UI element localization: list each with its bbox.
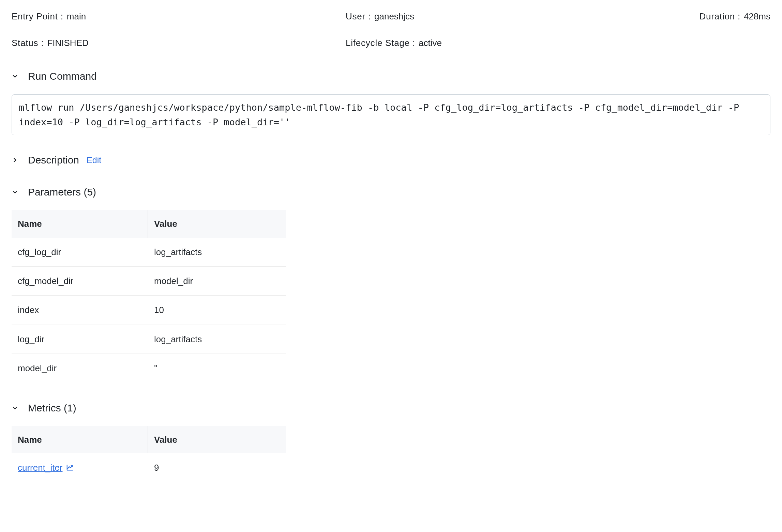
metrics-toggle[interactable]: Metrics (1) [12,401,770,415]
value-user: ganeshjcs [374,10,414,22]
value-entry-point: main [67,10,86,22]
chevron-right-icon [12,157,18,163]
metric-link[interactable]: current_iter [18,461,74,474]
chevron-down-icon [12,405,18,411]
chart-line-icon [66,464,74,471]
run-command-toggle[interactable]: Run Command [12,69,770,83]
parameters-count: (5) [84,186,96,198]
meta-status: Status : FINISHED [12,37,346,49]
parameters-toggle[interactable]: Parameters (5) [12,185,770,199]
table-row: index 10 [12,296,286,325]
value-duration: 428ms [744,10,770,22]
metrics-table: Name Value current_iter 9 [12,426,286,483]
metrics-count: (1) [64,402,76,413]
metrics-title-text: Metrics [28,402,61,413]
chevron-down-icon [12,73,18,80]
col-value: Value [148,210,286,237]
parameters-title: Parameters (5) [28,185,96,199]
param-value: '' [148,354,286,382]
value-lifecycle: active [419,37,442,49]
metric-name-cell: current_iter [12,453,148,482]
meta-user: User : ganeshjcs [346,10,680,22]
section-metrics: Metrics (1) Name Value current_iter [12,401,770,483]
param-name: log_dir [12,325,148,354]
table-row: cfg_model_dir model_dir [12,267,286,296]
param-value: 10 [148,296,286,324]
run-command-text[interactable]: mlflow run /Users/ganeshjcs/workspace/py… [12,94,770,135]
parameters-table-header: Name Value [12,210,286,237]
section-description: Description Edit [12,153,770,167]
col-name: Name [12,210,148,237]
param-name: cfg_log_dir [12,238,148,266]
parameters-title-text: Parameters [28,186,81,198]
table-row: current_iter 9 [12,453,286,482]
label-status: Status : [12,37,44,49]
description-edit-link[interactable]: Edit [87,154,101,166]
col-value: Value [148,426,286,453]
section-parameters: Parameters (5) Name Value cfg_log_dir lo… [12,185,770,383]
meta-lifecycle: Lifecycle Stage : active [346,37,680,49]
param-value: log_artifacts [148,238,286,266]
description-title: Description [28,153,79,167]
label-lifecycle: Lifecycle Stage : [346,37,415,49]
table-row: cfg_log_dir log_artifacts [12,238,286,267]
meta-entry-point: Entry Point : main [12,10,346,22]
value-status: FINISHED [47,37,88,49]
chevron-down-icon [12,189,18,195]
section-run-command: Run Command mlflow run /Users/ganeshjcs/… [12,69,770,135]
param-name: cfg_model_dir [12,267,148,295]
param-value: model_dir [148,267,286,295]
meta-duration: Duration : 428ms [699,10,770,22]
run-meta: Entry Point : main User : ganeshjcs Dura… [12,10,770,49]
label-entry-point: Entry Point : [12,10,63,22]
label-user: User : [346,10,371,22]
description-toggle[interactable]: Description Edit [12,153,770,167]
parameters-table: Name Value cfg_log_dir log_artifacts cfg… [12,210,286,383]
metrics-title: Metrics (1) [28,401,76,415]
metrics-table-header: Name Value [12,426,286,453]
param-value: log_artifacts [148,325,286,354]
run-command-title: Run Command [28,69,97,83]
param-name: index [12,296,148,324]
table-row: log_dir log_artifacts [12,325,286,354]
metric-name-text: current_iter [18,461,63,474]
col-name: Name [12,426,148,453]
label-duration: Duration : [699,10,740,22]
param-name: model_dir [12,354,148,382]
table-row: model_dir '' [12,354,286,383]
metric-value: 9 [148,453,286,482]
